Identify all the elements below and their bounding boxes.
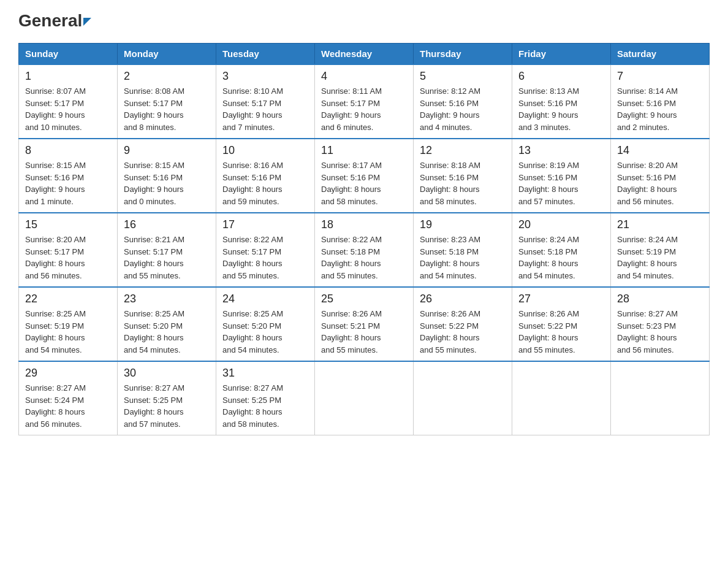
calendar-cell: 2 Sunrise: 8:08 AMSunset: 5:17 PMDayligh… — [118, 64, 216, 139]
column-header-monday: Monday — [118, 44, 216, 65]
calendar-header-row: SundayMondayTuesdayWednesdayThursdayFrid… — [19, 44, 710, 65]
day-info: Sunrise: 8:18 AMSunset: 5:16 PMDaylight:… — [420, 159, 506, 207]
day-info: Sunrise: 8:25 AMSunset: 5:20 PMDaylight:… — [222, 308, 308, 356]
logo: General — [18, 12, 91, 31]
calendar-cell: 1 Sunrise: 8:07 AMSunset: 5:17 PMDayligh… — [19, 64, 118, 139]
day-info: Sunrise: 8:25 AMSunset: 5:19 PMDaylight:… — [25, 308, 111, 356]
day-info: Sunrise: 8:20 AMSunset: 5:17 PMDaylight:… — [25, 234, 111, 282]
page-header: General — [18, 12, 710, 31]
day-number: 14 — [617, 144, 703, 157]
day-info: Sunrise: 8:15 AMSunset: 5:16 PMDaylight:… — [124, 159, 210, 207]
calendar-cell: 8 Sunrise: 8:15 AMSunset: 5:16 PMDayligh… — [19, 139, 118, 213]
calendar-cell: 9 Sunrise: 8:15 AMSunset: 5:16 PMDayligh… — [118, 139, 216, 213]
day-number: 22 — [25, 293, 111, 305]
calendar-cell: 25 Sunrise: 8:26 AMSunset: 5:21 PMDaylig… — [315, 287, 414, 361]
day-info: Sunrise: 8:26 AMSunset: 5:22 PMDaylight:… — [420, 308, 506, 356]
column-header-friday: Friday — [512, 44, 611, 65]
column-header-saturday: Saturday — [611, 44, 710, 65]
day-number: 4 — [321, 70, 407, 83]
calendar-cell: 16 Sunrise: 8:21 AMSunset: 5:17 PMDaylig… — [118, 213, 216, 287]
day-number: 21 — [617, 218, 703, 231]
day-info: Sunrise: 8:22 AMSunset: 5:17 PMDaylight:… — [222, 234, 308, 282]
calendar-cell: 31 Sunrise: 8:27 AMSunset: 5:25 PMDaylig… — [216, 361, 315, 435]
calendar-week-row: 8 Sunrise: 8:15 AMSunset: 5:16 PMDayligh… — [19, 139, 710, 213]
day-info: Sunrise: 8:20 AMSunset: 5:16 PMDaylight:… — [617, 159, 703, 207]
calendar-cell: 27 Sunrise: 8:26 AMSunset: 5:22 PMDaylig… — [512, 287, 611, 361]
logo-general: General — [18, 12, 91, 29]
calendar-cell: 28 Sunrise: 8:27 AMSunset: 5:23 PMDaylig… — [611, 287, 710, 361]
day-number: 24 — [222, 293, 308, 305]
day-number: 15 — [25, 218, 111, 231]
day-info: Sunrise: 8:27 AMSunset: 5:25 PMDaylight:… — [222, 382, 308, 430]
day-info: Sunrise: 8:27 AMSunset: 5:24 PMDaylight:… — [25, 382, 111, 430]
day-number: 17 — [222, 218, 308, 231]
column-header-tuesday: Tuesday — [216, 44, 315, 65]
day-info: Sunrise: 8:13 AMSunset: 5:16 PMDaylight:… — [518, 85, 604, 133]
day-number: 29 — [25, 367, 111, 380]
calendar-cell: 24 Sunrise: 8:25 AMSunset: 5:20 PMDaylig… — [216, 287, 315, 361]
calendar-cell: 26 Sunrise: 8:26 AMSunset: 5:22 PMDaylig… — [414, 287, 512, 361]
calendar-cell: 4 Sunrise: 8:11 AMSunset: 5:17 PMDayligh… — [315, 64, 414, 139]
calendar-cell: 15 Sunrise: 8:20 AMSunset: 5:17 PMDaylig… — [19, 213, 118, 287]
calendar-week-row: 29 Sunrise: 8:27 AMSunset: 5:24 PMDaylig… — [19, 361, 710, 435]
day-number: 26 — [420, 293, 506, 305]
calendar-cell: 14 Sunrise: 8:20 AMSunset: 5:16 PMDaylig… — [611, 139, 710, 213]
day-number: 8 — [25, 144, 111, 157]
day-number: 9 — [124, 144, 210, 157]
day-info: Sunrise: 8:11 AMSunset: 5:17 PMDaylight:… — [321, 85, 407, 133]
day-info: Sunrise: 8:19 AMSunset: 5:16 PMDaylight:… — [518, 159, 604, 207]
calendar-cell: 7 Sunrise: 8:14 AMSunset: 5:16 PMDayligh… — [611, 64, 710, 139]
calendar-cell — [512, 361, 611, 435]
day-number: 3 — [222, 70, 308, 83]
day-number: 13 — [518, 144, 604, 157]
calendar-cell: 18 Sunrise: 8:22 AMSunset: 5:18 PMDaylig… — [315, 213, 414, 287]
day-info: Sunrise: 8:10 AMSunset: 5:17 PMDaylight:… — [222, 85, 308, 133]
calendar-cell — [315, 361, 414, 435]
day-info: Sunrise: 8:25 AMSunset: 5:20 PMDaylight:… — [124, 308, 210, 356]
calendar-table: SundayMondayTuesdayWednesdayThursdayFrid… — [18, 43, 710, 435]
column-header-sunday: Sunday — [19, 44, 118, 65]
day-number: 28 — [617, 293, 703, 305]
calendar-cell: 30 Sunrise: 8:27 AMSunset: 5:25 PMDaylig… — [118, 361, 216, 435]
day-info: Sunrise: 8:26 AMSunset: 5:22 PMDaylight:… — [518, 308, 604, 356]
day-info: Sunrise: 8:17 AMSunset: 5:16 PMDaylight:… — [321, 159, 407, 207]
day-info: Sunrise: 8:21 AMSunset: 5:17 PMDaylight:… — [124, 234, 210, 282]
day-info: Sunrise: 8:12 AMSunset: 5:16 PMDaylight:… — [420, 85, 506, 133]
calendar-cell: 11 Sunrise: 8:17 AMSunset: 5:16 PMDaylig… — [315, 139, 414, 213]
calendar-week-row: 1 Sunrise: 8:07 AMSunset: 5:17 PMDayligh… — [19, 64, 710, 139]
calendar-cell: 29 Sunrise: 8:27 AMSunset: 5:24 PMDaylig… — [19, 361, 118, 435]
day-info: Sunrise: 8:22 AMSunset: 5:18 PMDaylight:… — [321, 234, 407, 282]
day-number: 5 — [420, 70, 506, 83]
day-number: 1 — [25, 70, 111, 83]
calendar-cell — [611, 361, 710, 435]
day-number: 23 — [124, 293, 210, 305]
day-number: 11 — [321, 144, 407, 157]
day-info: Sunrise: 8:24 AMSunset: 5:19 PMDaylight:… — [617, 234, 703, 282]
day-number: 27 — [518, 293, 604, 305]
day-number: 19 — [420, 218, 506, 231]
calendar-cell: 23 Sunrise: 8:25 AMSunset: 5:20 PMDaylig… — [118, 287, 216, 361]
day-info: Sunrise: 8:27 AMSunset: 5:25 PMDaylight:… — [124, 382, 210, 430]
day-info: Sunrise: 8:07 AMSunset: 5:17 PMDaylight:… — [25, 85, 111, 133]
day-number: 2 — [124, 70, 210, 83]
day-number: 10 — [222, 144, 308, 157]
calendar-cell: 5 Sunrise: 8:12 AMSunset: 5:16 PMDayligh… — [414, 64, 512, 139]
calendar-week-row: 15 Sunrise: 8:20 AMSunset: 5:17 PMDaylig… — [19, 213, 710, 287]
calendar-cell: 17 Sunrise: 8:22 AMSunset: 5:17 PMDaylig… — [216, 213, 315, 287]
day-info: Sunrise: 8:26 AMSunset: 5:21 PMDaylight:… — [321, 308, 407, 356]
day-info: Sunrise: 8:14 AMSunset: 5:16 PMDaylight:… — [617, 85, 703, 133]
calendar-cell: 6 Sunrise: 8:13 AMSunset: 5:16 PMDayligh… — [512, 64, 611, 139]
day-number: 20 — [518, 218, 604, 231]
day-info: Sunrise: 8:16 AMSunset: 5:16 PMDaylight:… — [222, 159, 308, 207]
calendar-cell: 21 Sunrise: 8:24 AMSunset: 5:19 PMDaylig… — [611, 213, 710, 287]
day-number: 30 — [124, 367, 210, 380]
day-info: Sunrise: 8:23 AMSunset: 5:18 PMDaylight:… — [420, 234, 506, 282]
column-header-thursday: Thursday — [414, 44, 512, 65]
calendar-cell — [414, 361, 512, 435]
calendar-cell: 3 Sunrise: 8:10 AMSunset: 5:17 PMDayligh… — [216, 64, 315, 139]
day-info: Sunrise: 8:08 AMSunset: 5:17 PMDaylight:… — [124, 85, 210, 133]
day-number: 6 — [518, 70, 604, 83]
calendar-cell: 13 Sunrise: 8:19 AMSunset: 5:16 PMDaylig… — [512, 139, 611, 213]
calendar-cell: 10 Sunrise: 8:16 AMSunset: 5:16 PMDaylig… — [216, 139, 315, 213]
day-info: Sunrise: 8:27 AMSunset: 5:23 PMDaylight:… — [617, 308, 703, 356]
